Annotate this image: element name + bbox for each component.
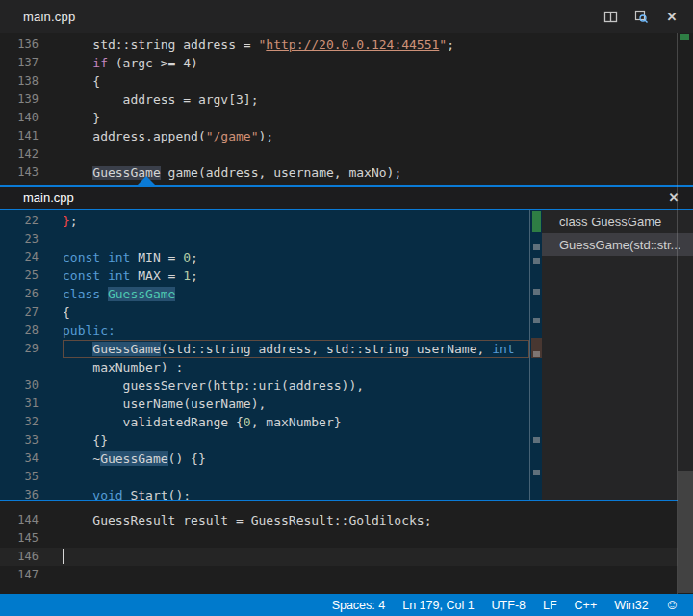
code-text: userName(userName),: [63, 395, 529, 413]
line-number: 137: [0, 54, 38, 72]
line-number: 143: [0, 164, 38, 182]
code-line[interactable]: 146: [0, 548, 693, 566]
line-number: 36: [0, 486, 38, 500]
editor-scrollbar[interactable]: [677, 33, 693, 594]
line-number: 138: [0, 72, 38, 90]
added-lines-marker: [680, 34, 689, 40]
line-number: 145: [0, 529, 38, 548]
code-text: [63, 548, 693, 566]
status-cursor-position[interactable]: Ln 179, Col 1: [394, 599, 482, 612]
close-editor-icon[interactable]: ✕: [664, 9, 680, 24]
code-text: {: [63, 303, 529, 321]
line-number: 26: [0, 285, 38, 303]
status-eol[interactable]: LF: [534, 599, 566, 612]
code-line[interactable]: 32 validatedRange {0, maxNumber}: [0, 413, 529, 431]
title-bar-actions: ✕: [603, 9, 680, 24]
status-encoding[interactable]: UTF-8: [483, 599, 534, 612]
line-number: 34: [0, 449, 38, 468]
feedback-smiley-icon[interactable]: ☺: [657, 596, 685, 614]
line-number: 31: [0, 395, 38, 413]
status-indentation[interactable]: Spaces: 4: [323, 599, 395, 612]
peek-header: main.cpp ✕: [0, 187, 693, 210]
peek-editor[interactable]: 22};2324const int MIN = 0;25const int MA…: [0, 210, 529, 500]
overview-marker: [533, 244, 540, 250]
code-text: validatedRange {0, maxNumber}: [63, 413, 529, 431]
line-number: 141: [0, 127, 38, 145]
line-number: 144: [0, 511, 38, 529]
code-text: maxNumber) :: [63, 358, 529, 376]
code-line[interactable]: 145: [0, 529, 693, 548]
peek-overview-ruler[interactable]: [529, 210, 542, 500]
line-number: 142: [0, 145, 38, 164]
code-line[interactable]: 144 GuessResult result = GuessResult::Go…: [0, 511, 693, 529]
line-number: 136: [0, 36, 38, 54]
status-bar: Spaces: 4 Ln 179, Col 1 UTF-8 LF C++ Win…: [0, 594, 693, 616]
code-text: {}: [63, 431, 529, 449]
overview-marker: [533, 318, 540, 323]
code-text: public:: [63, 321, 529, 340]
editor-bottom[interactable]: 144 GuessResult result = GuessResult::Go…: [0, 501, 693, 593]
code-line[interactable]: 30 guessServer(http::uri(address)),: [0, 376, 529, 395]
line-number: 25: [0, 267, 38, 285]
code-line[interactable]: 138 {: [0, 72, 693, 90]
code-line[interactable]: 31 userName(userName),: [0, 395, 529, 413]
code-text: }: [63, 109, 693, 127]
peek-reference-list: class GuessGame GuessGame(std::str...: [542, 210, 693, 500]
code-line[interactable]: 34 ~GuessGame() {}: [0, 449, 529, 468]
code-text: [63, 566, 693, 584]
code-line[interactable]: 22};: [0, 212, 529, 230]
code-line[interactable]: 142: [0, 145, 693, 164]
overview-marker: [533, 289, 540, 295]
reference-item-class[interactable]: class GuessGame: [542, 210, 693, 233]
line-number: [0, 358, 38, 376]
code-line[interactable]: 28public:: [0, 321, 529, 340]
peek-body: 22};2324const int MIN = 0;25const int MA…: [0, 210, 693, 500]
line-number: 139: [0, 90, 38, 109]
code-line[interactable]: 136 std::string address = "http://20.0.0…: [0, 36, 693, 54]
code-text: [63, 145, 693, 164]
added-lines-marker: [532, 211, 541, 232]
code-line[interactable]: 29 GuessGame(std::string address, std::s…: [0, 340, 529, 358]
overview-marker: [533, 437, 540, 443]
code-line[interactable]: 137 if (argc >= 4): [0, 54, 693, 72]
overview-marker: [533, 470, 540, 475]
status-language-mode[interactable]: C++: [566, 599, 606, 612]
code-text: };: [63, 212, 529, 230]
code-text: address.append("/game");: [63, 127, 693, 145]
peek-anchor-arrow: [138, 176, 155, 185]
code-text: class GuessGame: [63, 285, 529, 303]
line-number: 28: [0, 321, 38, 340]
code-line[interactable]: 24const int MIN = 0;: [0, 248, 529, 267]
code-line[interactable]: 26class GuessGame: [0, 285, 529, 303]
reference-item-constructor[interactable]: GuessGame(std::str...: [542, 233, 693, 256]
text-cursor: [63, 549, 64, 564]
code-line[interactable]: 140 }: [0, 109, 693, 127]
code-text: GuessGame game(address, username, maxNo)…: [63, 164, 693, 182]
code-line[interactable]: 27{: [0, 303, 529, 321]
editor-top[interactable]: 136 std::string address = "http://20.0.0…: [0, 33, 693, 185]
code-text: const int MIN = 0;: [63, 248, 529, 267]
status-platform[interactable]: Win32: [605, 599, 656, 612]
scrollbar-slider[interactable]: [678, 471, 693, 593]
code-text: [63, 529, 693, 548]
line-number: 146: [0, 548, 38, 566]
code-line[interactable]: 33 {}: [0, 431, 529, 449]
code-line[interactable]: 35: [0, 468, 529, 486]
code-line[interactable]: 25const int MAX = 1;: [0, 267, 529, 285]
line-number: 23: [0, 230, 38, 248]
overview-marker: [533, 351, 540, 357]
code-text: const int MAX = 1;: [63, 267, 529, 285]
open-preview-icon[interactable]: [633, 9, 649, 24]
line-number: 35: [0, 468, 38, 486]
code-line[interactable]: maxNumber) :: [0, 358, 529, 376]
code-line[interactable]: 141 address.append("/game");: [0, 127, 693, 145]
code-line[interactable]: 36 void Start();: [0, 486, 529, 500]
code-line[interactable]: 139 address = argv[3];: [0, 90, 693, 109]
code-line[interactable]: 23: [0, 230, 529, 248]
split-editor-icon[interactable]: [603, 9, 618, 24]
code-line[interactable]: 147: [0, 566, 693, 584]
code-line[interactable]: 143 GuessGame game(address, username, ma…: [0, 164, 693, 182]
line-number: 27: [0, 303, 38, 321]
file-title: main.cpp: [23, 10, 75, 24]
code-text: GuessGame(std::string address, std::stri…: [63, 340, 529, 358]
